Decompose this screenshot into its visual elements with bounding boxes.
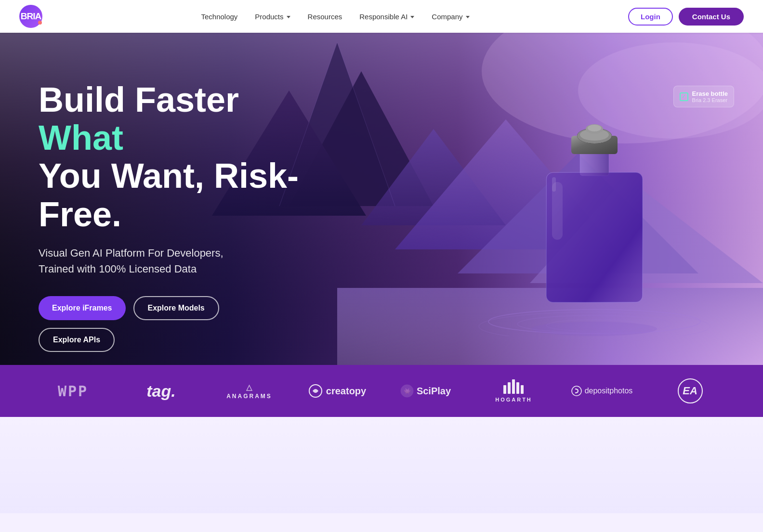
partner-sciplay: 👾 SciPlay	[382, 384, 470, 398]
partner-wpp: WPP	[29, 383, 117, 400]
hero-title-text1: Build Faster	[39, 80, 239, 119]
explore-iframes-button[interactable]: Explore iFrames	[39, 296, 126, 320]
login-button[interactable]: Login	[628, 8, 673, 26]
partner-depositphotos: depositphotos	[558, 386, 646, 396]
hogarth-logo: HOGARTH	[495, 379, 532, 402]
svg-text:👾: 👾	[403, 388, 410, 395]
partner-ea: EA	[646, 378, 734, 403]
hero-buttons: Explore iFrames Explore Models Explore A…	[39, 296, 299, 352]
partner-anagrams: △ ANAGRAMS	[205, 383, 293, 400]
explore-apis-button[interactable]: Explore APIs	[39, 328, 115, 352]
products-chevron-icon	[287, 16, 290, 18]
sciplay-logo: SciPlay	[417, 386, 451, 397]
depositphotos-icon	[571, 386, 582, 396]
partner-tag: tag.	[117, 382, 205, 401]
badge-title: Erase bottle	[692, 90, 728, 97]
hero-title: Build Faster What You Want, Risk-Free.	[39, 81, 299, 234]
logo-ia: I A	[33, 11, 41, 22]
nav-responsible-ai[interactable]: Responsible AI	[359, 13, 414, 21]
partners-bar: WPP tag. △ ANAGRAMS creatopy 👾	[0, 365, 763, 417]
hero-section: Build Faster What You Want, Risk-Free. V…	[0, 33, 763, 365]
hero-title-text2: You Want, Risk-Free.	[39, 156, 299, 233]
explore-models-button[interactable]: Explore Models	[133, 296, 219, 320]
creatopy-icon	[309, 384, 322, 398]
logo[interactable]: BR I A	[19, 5, 42, 28]
responsible-ai-chevron-icon	[410, 16, 414, 18]
navbar: BR I A Technology Products Resources Res…	[0, 0, 763, 33]
depositphotos-logo: depositphotos	[585, 387, 633, 395]
sciplay-icon: 👾	[400, 384, 414, 398]
logo-br: BR	[21, 11, 33, 22]
anagrams-logo: ANAGRAMS	[226, 393, 272, 400]
nav-technology[interactable]: Technology	[201, 13, 237, 21]
nav-buttons: Login Contact Us	[628, 8, 744, 26]
hero-subtitle: Visual Gen AI Platform For Developers, T…	[39, 245, 299, 277]
company-chevron-icon	[466, 16, 470, 18]
tag-logo: tag.	[146, 382, 175, 401]
partner-creatopy: creatopy	[293, 384, 382, 398]
svg-point-31	[572, 386, 581, 396]
wpp-logo: WPP	[58, 383, 88, 400]
bottom-section	[0, 417, 763, 513]
badge-subtitle: Bria 2.3 Eraser	[692, 97, 728, 103]
svg-rect-27	[547, 173, 642, 302]
ea-logo: EA	[678, 378, 703, 403]
creatopy-logo: creatopy	[326, 386, 366, 397]
hero-illustration: ✓ Erase bottle Bria 2.3 Eraser	[426, 33, 763, 365]
svg-point-16	[532, 322, 657, 336]
nav-resources[interactable]: Resources	[308, 13, 342, 21]
logo-dot	[38, 21, 42, 25]
hero-content: Build Faster What You Want, Risk-Free. V…	[0, 33, 337, 352]
svg-point-26	[588, 125, 601, 131]
partner-hogarth: HOGARTH	[470, 379, 558, 402]
nav-products[interactable]: Products	[255, 13, 290, 21]
nav-links: Technology Products Resources Responsibl…	[201, 13, 469, 21]
erase-badge: ✓ Erase bottle Bria 2.3 Eraser	[673, 86, 734, 107]
badge-check-icon: ✓	[680, 92, 688, 101]
bottle-svg	[532, 124, 657, 317]
hero-title-highlight: What	[39, 118, 123, 157]
anagrams-icon: △	[246, 383, 252, 392]
contact-button[interactable]: Contact Us	[679, 8, 744, 26]
nav-company[interactable]: Company	[432, 13, 469, 21]
